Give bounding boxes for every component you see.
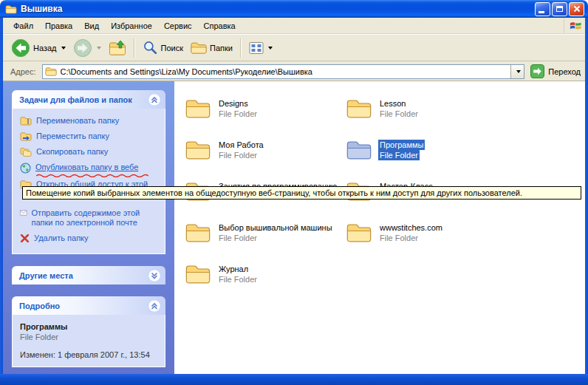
window-border-bottom <box>0 374 588 385</box>
forward-button[interactable] <box>69 36 105 60</box>
file-tasks-title: Задачи для файлов и папок <box>19 95 132 104</box>
address-folder-icon <box>45 67 57 76</box>
search-icon <box>143 40 158 55</box>
task-pane: Задачи для файлов и папок Переименовать … <box>3 81 174 374</box>
folders-label: Папки <box>210 44 233 52</box>
chevron-down-icon[interactable] <box>148 269 161 282</box>
file-list-area[interactable]: DesignsFile Folder Моя РаботаFile Folder… <box>174 81 585 374</box>
task-move-folder[interactable]: Переместить папку <box>20 129 160 144</box>
address-combobox[interactable]: C:\Documents and Settings\Liza\My Docume… <box>42 64 525 79</box>
address-dropdown-icon <box>516 70 521 73</box>
move-folder-icon <box>20 132 32 141</box>
folder-icon <box>185 98 211 119</box>
menu-view[interactable]: Вид <box>78 19 105 33</box>
details-body: Программы File Folder Изменен: 1 февраля… <box>12 315 165 367</box>
folder-name: Lesson <box>378 98 407 109</box>
folder-icon <box>185 263 211 285</box>
folder-type: File Folder <box>217 274 259 285</box>
task-label: Переименовать папку <box>36 116 119 126</box>
menu-favorites[interactable]: Избранное <box>105 19 158 33</box>
minimize-button[interactable] <box>535 2 550 16</box>
address-input[interactable]: C:\Documents and Settings\Liza\My Docume… <box>61 67 511 76</box>
chevron-up-icon[interactable] <box>148 299 161 313</box>
close-button[interactable] <box>569 2 584 16</box>
task-delete-folder[interactable]: Удалить папку <box>20 231 160 246</box>
folder-type: File Folder <box>217 109 259 119</box>
menu-file[interactable]: Файл <box>7 19 39 33</box>
up-folder-icon <box>109 40 126 56</box>
panel-other-places: Другие места <box>12 266 165 285</box>
copy-folder-icon <box>20 147 32 157</box>
details-file-name: Программы <box>20 322 157 331</box>
window-body: Задачи для файлов и папок Переименовать … <box>3 81 585 374</box>
toolbar-separator <box>240 38 242 58</box>
go-icon <box>530 64 544 78</box>
folder-item-designs[interactable]: DesignsFile Folder <box>185 98 341 119</box>
folder-type: File Folder <box>217 233 259 243</box>
search-button[interactable]: Поиск <box>139 38 187 58</box>
search-label: Поиск <box>161 44 183 52</box>
email-icon <box>20 208 27 217</box>
title-bar[interactable]: Вышивка <box>0 0 588 18</box>
views-button[interactable] <box>245 39 276 57</box>
folder-item-lesson[interactable]: LessonFile Folder <box>346 98 502 119</box>
menu-help[interactable]: Справка <box>198 19 242 33</box>
delete-icon <box>20 234 30 243</box>
folder-type: File Folder <box>378 233 420 243</box>
task-label: Удалить папку <box>34 234 89 243</box>
folder-name: Журнал <box>217 264 250 274</box>
explorer-window: Вышивка Файл Правка Вид Избранное Сервис… <box>0 0 588 385</box>
forward-dropdown-icon <box>97 47 101 50</box>
maximize-icon <box>556 6 563 12</box>
menu-bar: Файл Правка Вид Избранное Сервис Справка <box>3 18 585 34</box>
menu-edit[interactable]: Правка <box>39 19 78 33</box>
views-icon <box>249 41 264 55</box>
task-rename-folder[interactable]: Переименовать папку <box>20 113 160 129</box>
task-copy-folder[interactable]: Скопировать папку <box>20 144 160 160</box>
details-title: Подробно <box>19 301 60 310</box>
close-icon <box>573 5 581 13</box>
folder-type: File Folder <box>378 150 420 160</box>
folder-name: wwwstitches.com <box>378 222 444 233</box>
chevron-up-icon[interactable] <box>148 93 161 106</box>
task-label: Отправить содержимое этой папки по элект… <box>32 208 160 228</box>
menu-tools[interactable]: Сервис <box>158 19 198 33</box>
task-label: Опубликовать папку в вебе <box>35 163 138 172</box>
details-modified: Изменен: 1 февраля 2007 г., 13:54 <box>20 350 157 359</box>
toolbar-separator <box>134 38 135 58</box>
window-border-right <box>585 18 588 385</box>
folder-icon <box>185 222 211 243</box>
folder-item-moya-rabota[interactable]: Моя РаботаFile Folder <box>185 139 341 160</box>
other-places-header[interactable]: Другие места <box>12 266 165 285</box>
file-tasks-header[interactable]: Задачи для файлов и папок <box>12 90 165 109</box>
back-dropdown-icon <box>61 47 66 50</box>
file-tasks-body: Переименовать папку Переместить папку Ск… <box>12 109 165 254</box>
folder-name: Designs <box>217 98 250 109</box>
details-header[interactable]: Подробно <box>12 296 165 315</box>
folder-item-wwwstitches[interactable]: wwwstitches.comFile Folder <box>346 222 502 243</box>
window-title: Вышивка <box>21 4 535 14</box>
folder-item-vybor-mashiny[interactable]: Выбор вышивальной машиныFile Folder <box>185 222 341 243</box>
details-file-type: File Folder <box>20 333 157 341</box>
folders-button[interactable]: Папки <box>187 39 236 57</box>
maximize-button[interactable] <box>552 2 567 16</box>
window-border-left <box>0 18 3 385</box>
back-button[interactable]: Назад <box>7 36 69 60</box>
go-button[interactable]: Переход <box>530 64 581 78</box>
task-email-folder[interactable]: Отправить содержимое этой папки по элект… <box>20 205 160 231</box>
views-dropdown-icon <box>268 47 273 50</box>
other-places-title: Другие места <box>19 271 73 280</box>
folder-item-zhurnal[interactable]: ЖурналFile Folder <box>185 263 341 285</box>
address-dropdown-button[interactable] <box>510 65 524 78</box>
minimize-icon <box>539 11 544 13</box>
folder-item-programmy-selected[interactable]: ПрограммыFile Folder <box>346 139 502 160</box>
task-publish-web[interactable]: Опубликовать папку в вебе <box>20 160 160 177</box>
up-button[interactable] <box>105 38 130 58</box>
forward-icon <box>73 38 92 58</box>
task-label: Скопировать папку <box>36 147 108 157</box>
back-label: Назад <box>33 44 57 52</box>
folder-icon <box>346 222 372 243</box>
windows-logo-icon <box>564 18 584 33</box>
panel-file-tasks: Задачи для файлов и папок Переименовать … <box>12 90 165 254</box>
rename-folder-icon <box>20 116 32 126</box>
